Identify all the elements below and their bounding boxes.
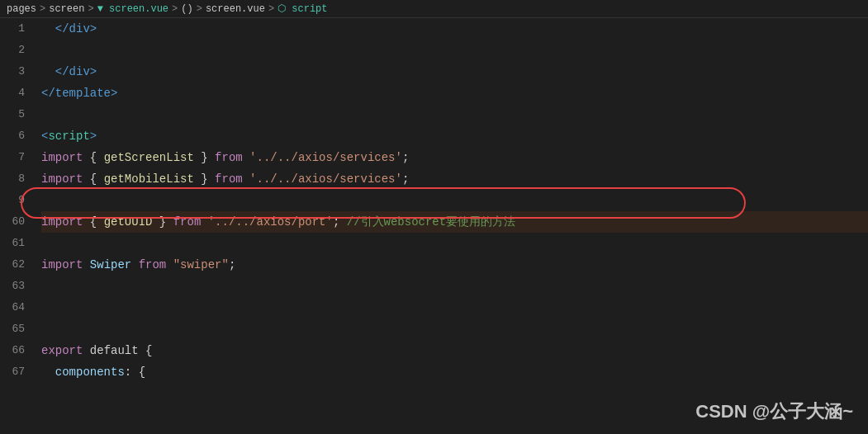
code-line: </div> xyxy=(41,61,868,83)
line-numbers: 1234567896061626364656667 xyxy=(0,18,31,434)
code-line xyxy=(41,297,868,318)
line-number: 61 xyxy=(0,233,25,254)
code-line xyxy=(41,318,868,340)
token: : { xyxy=(125,361,145,383)
editor-container: pages > screen > ▼ screen.vue > () > scr… xyxy=(0,0,868,434)
token: { xyxy=(83,168,103,190)
code-line: </div> xyxy=(41,18,868,40)
breadcrumb-screen-vue-1: ▼ screen.vue xyxy=(97,3,168,15)
token: import xyxy=(41,147,83,168)
breadcrumb-screen-vue-2: screen.vue xyxy=(206,3,265,15)
code-line xyxy=(41,190,868,211)
line-number: 1 xyxy=(0,18,25,40)
line-number: 67 xyxy=(0,361,25,383)
token: getMobileList xyxy=(104,168,194,190)
code-line: </template> xyxy=(41,83,868,104)
token: } xyxy=(152,211,173,233)
token: '../../axios/services' xyxy=(243,168,402,190)
code-line xyxy=(41,40,868,61)
breadcrumb: pages > screen > ▼ screen.vue > () > scr… xyxy=(0,0,868,18)
token: components xyxy=(41,361,125,383)
token: Swiper xyxy=(83,254,138,276)
token: ; xyxy=(229,254,235,276)
watermark: CSDN @公子大涵~ xyxy=(695,399,853,424)
line-number: 2 xyxy=(0,40,25,61)
code-line xyxy=(41,233,868,254)
token: > xyxy=(90,18,97,40)
line-number: 66 xyxy=(0,340,25,361)
code-line: <script> xyxy=(41,125,868,147)
line-number: 60 xyxy=(0,211,25,233)
token: </ xyxy=(41,18,69,40)
breadcrumb-fn: () xyxy=(181,3,192,15)
token: script xyxy=(48,125,89,147)
token: > xyxy=(111,83,117,104)
token: from xyxy=(215,147,243,168)
token: getScreenList xyxy=(104,147,194,168)
token: > xyxy=(90,125,97,147)
code-line: import { getMobileList } from '../../axi… xyxy=(41,168,868,190)
line-number: 3 xyxy=(0,61,25,83)
token: div xyxy=(69,18,90,40)
code-area: 1234567896061626364656667 </div> </div><… xyxy=(0,18,868,434)
line-number: 62 xyxy=(0,254,25,276)
token: { xyxy=(145,340,152,361)
code-line: import Swiper from "swiper"; xyxy=(41,254,868,276)
token: < xyxy=(41,125,48,147)
line-number: 8 xyxy=(0,168,25,190)
token: '../../axios/port' xyxy=(201,211,333,233)
line-number: 63 xyxy=(0,276,25,297)
token: template xyxy=(55,83,111,104)
code-line: components: { xyxy=(41,361,868,383)
code-line: import { getUUID } from '../../axios/por… xyxy=(41,211,868,233)
token: </ xyxy=(41,61,69,83)
code-line xyxy=(41,104,868,125)
line-number: 9 xyxy=(0,190,25,211)
token: //引入websocret要使用的方法 xyxy=(347,211,515,233)
line-number: 6 xyxy=(0,125,25,147)
token: from xyxy=(173,211,202,233)
line-number: 4 xyxy=(0,83,25,104)
token: getUUID xyxy=(104,211,153,233)
token: '../../axios/services' xyxy=(243,147,402,168)
token: { xyxy=(83,211,103,233)
token: export xyxy=(41,340,83,361)
token: } xyxy=(194,168,215,190)
token: { xyxy=(83,147,103,168)
line-number: 7 xyxy=(0,147,25,168)
code-line: export default { xyxy=(41,340,868,361)
code-line: import { getScreenList } from '../../axi… xyxy=(41,147,868,168)
token: import xyxy=(41,168,83,190)
token: default xyxy=(83,340,145,361)
token: "swiper" xyxy=(166,254,229,276)
line-number: 5 xyxy=(0,104,25,125)
token: div xyxy=(69,61,90,83)
token: import xyxy=(41,211,83,233)
code-content: </div> </div></template> <script>import … xyxy=(31,18,868,434)
token: from xyxy=(215,168,243,190)
token: > xyxy=(90,61,97,83)
token: </ xyxy=(41,83,55,104)
line-number: 64 xyxy=(0,297,25,318)
token: from xyxy=(139,254,167,276)
token: ; xyxy=(402,147,409,168)
breadcrumb-script: ⬡ script xyxy=(277,2,327,15)
token: import xyxy=(41,254,83,276)
line-number: 65 xyxy=(0,318,25,340)
token: } xyxy=(194,147,215,168)
code-line xyxy=(41,276,868,297)
breadcrumb-pages: pages xyxy=(7,3,36,15)
token: ; xyxy=(333,211,347,233)
token: ; xyxy=(402,168,409,190)
breadcrumb-screen: screen xyxy=(49,3,84,15)
